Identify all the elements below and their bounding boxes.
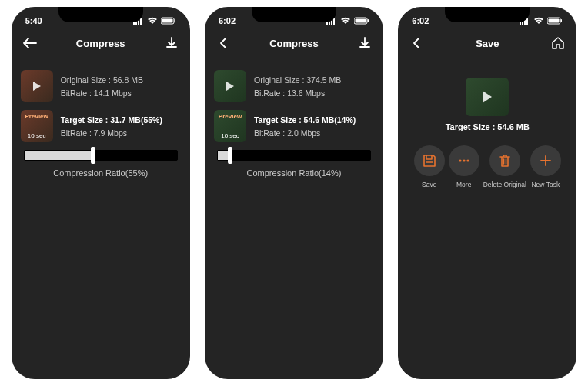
original-bitrate-label: BitRate : 13.6 Mbps	[254, 88, 341, 98]
target-thumbnail[interactable]: Preview 10 sec	[214, 110, 246, 142]
page-title: Compress	[231, 38, 357, 49]
home-button[interactable]	[550, 35, 566, 51]
compression-ratio-label: Compression Ratio(55%)	[21, 168, 181, 178]
more-circle	[449, 145, 479, 176]
svg-rect-20	[561, 19, 563, 22]
status-time: 6:02	[219, 16, 236, 25]
compression-ratio-label: Compression Ratio(14%)	[214, 168, 374, 178]
save-button[interactable]: Save	[414, 145, 445, 188]
back-button[interactable]	[22, 35, 38, 51]
download-icon	[165, 37, 178, 49]
nav-bar: Save	[398, 30, 576, 56]
save-circle	[414, 145, 445, 176]
plus-icon	[538, 153, 553, 168]
original-video-row: Original Size : 374.5 MB BitRate : 13.6 …	[214, 70, 374, 102]
phone-screen-1: 5:40 Compress Original Size : 56.8 MB Bi…	[12, 7, 190, 379]
target-info: Target Size : 54.6 MB(14%) BitRate : 2.0…	[254, 115, 356, 138]
compression-slider[interactable]	[21, 150, 181, 161]
delete-original-button[interactable]: Delete Original	[483, 145, 526, 188]
more-button[interactable]: More	[449, 145, 479, 188]
slider-track	[24, 150, 178, 161]
phone-screen-3: 6:02 Save Target Size : 54.6 MB Save	[398, 7, 576, 379]
notch	[252, 7, 336, 22]
svg-point-22	[463, 159, 465, 161]
trash-icon	[497, 153, 513, 168]
wifi-icon	[340, 17, 351, 25]
delete-circle	[489, 145, 520, 176]
target-thumbnail[interactable]: Preview 10 sec	[21, 110, 53, 142]
original-info: Original Size : 374.5 MB BitRate : 13.6 …	[254, 75, 341, 98]
wifi-icon	[533, 17, 544, 25]
svg-rect-5	[162, 19, 172, 23]
content-area: Original Size : 56.8 MB BitRate : 14.1 M…	[12, 56, 190, 178]
svg-rect-12	[355, 19, 366, 23]
status-time: 6:02	[412, 16, 429, 25]
download-icon	[359, 37, 371, 49]
slider-track	[217, 150, 371, 161]
svg-rect-0	[133, 22, 135, 25]
delete-label: Delete Original	[483, 181, 526, 188]
nav-bar: Compress	[12, 30, 190, 56]
original-size-label: Original Size : 374.5 MB	[254, 75, 341, 85]
status-time: 5:40	[25, 16, 42, 25]
target-video-row: Preview 10 sec Target Size : 54.6 MB(14%…	[214, 110, 374, 142]
phone-screen-2: 6:02 Compress Original Size : 374.5 MB B…	[205, 7, 383, 379]
preview-seconds: 10 sec	[214, 132, 246, 139]
new-task-circle	[530, 145, 561, 176]
original-thumbnail[interactable]	[21, 70, 53, 102]
original-size-label: Original Size : 56.8 MB	[61, 75, 143, 85]
slider-fill	[25, 151, 93, 160]
target-size-label: Target Size : 54.6 MB(14%)	[254, 115, 356, 125]
slider-thumb[interactable]	[91, 147, 95, 164]
new-task-button[interactable]: New Task	[530, 145, 561, 188]
back-button[interactable]	[409, 35, 424, 51]
svg-rect-13	[367, 19, 369, 22]
play-icon	[33, 82, 41, 91]
play-icon	[483, 91, 492, 103]
battery-icon	[547, 17, 563, 25]
more-label: More	[456, 181, 471, 188]
svg-rect-19	[549, 19, 560, 23]
saved-video-thumbnail[interactable]	[466, 78, 509, 116]
svg-rect-14	[520, 22, 521, 25]
download-button[interactable]	[357, 35, 373, 51]
target-bitrate-label: BitRate : 7.9 Mbps	[61, 128, 162, 138]
svg-point-21	[459, 159, 461, 161]
svg-point-23	[466, 159, 469, 161]
back-button[interactable]	[215, 35, 231, 51]
content-area: Original Size : 374.5 MB BitRate : 13.6 …	[205, 56, 383, 178]
wifi-icon	[147, 17, 158, 25]
svg-rect-7	[326, 22, 328, 25]
page-title: Save	[424, 38, 550, 49]
download-button[interactable]	[164, 35, 179, 51]
page-title: Compress	[38, 38, 164, 49]
content-area: Target Size : 54.6 MB Save More Delete O…	[398, 56, 576, 188]
chevron-left-icon	[219, 37, 228, 49]
battery-icon	[354, 17, 369, 25]
save-target-size-label: Target Size : 54.6 MB	[407, 122, 567, 131]
arrow-left-icon	[23, 38, 37, 48]
home-icon	[551, 37, 565, 49]
original-info: Original Size : 56.8 MB BitRate : 14.1 M…	[61, 75, 143, 98]
target-bitrate-label: BitRate : 2.0 Mbps	[254, 128, 356, 138]
target-video-row: Preview 10 sec Target Size : 31.7 MB(55%…	[21, 110, 181, 142]
notch	[445, 7, 530, 22]
preview-label: Preview	[214, 113, 246, 120]
original-thumbnail[interactable]	[214, 70, 246, 102]
slider-thumb[interactable]	[228, 147, 232, 164]
original-video-row: Original Size : 56.8 MB BitRate : 14.1 M…	[21, 70, 181, 102]
preview-seconds: 10 sec	[21, 132, 53, 139]
save-icon	[422, 153, 437, 168]
battery-icon	[161, 17, 176, 25]
svg-rect-6	[174, 19, 175, 22]
save-label: Save	[422, 181, 436, 188]
original-bitrate-label: BitRate : 14.1 Mbps	[61, 88, 143, 98]
more-icon	[456, 153, 472, 168]
play-icon	[226, 82, 234, 91]
action-row: Save More Delete Original New Task	[407, 145, 567, 188]
preview-label: Preview	[21, 113, 53, 120]
notch	[58, 7, 143, 22]
compression-slider[interactable]	[214, 150, 374, 161]
target-info: Target Size : 31.7 MB(55%) BitRate : 7.9…	[61, 115, 162, 138]
target-size-label: Target Size : 31.7 MB(55%)	[61, 115, 162, 125]
